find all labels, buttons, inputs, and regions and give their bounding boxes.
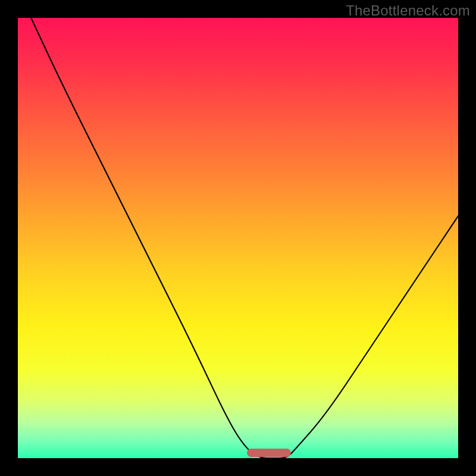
chart-frame: TheBottleneck.com bbox=[0, 0, 476, 476]
plot-area bbox=[18, 18, 458, 458]
watermark-text: TheBottleneck.com bbox=[346, 2, 470, 19]
curve-path bbox=[31, 18, 458, 458]
bottom-marker bbox=[247, 449, 291, 457]
bottleneck-curve bbox=[18, 18, 458, 458]
